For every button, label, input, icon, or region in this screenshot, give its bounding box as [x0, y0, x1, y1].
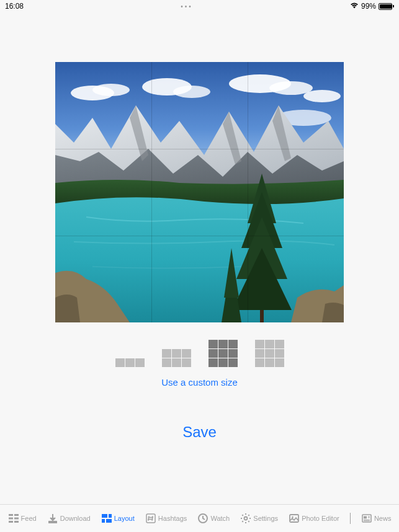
layout-icon: [101, 513, 112, 524]
tab-feed[interactable]: Feed: [8, 513, 37, 524]
layout-3x1[interactable]: [115, 358, 145, 367]
tab-bar: Feed Download Layout Hashtags Watch Sett…: [0, 504, 399, 532]
svg-rect-17: [102, 519, 105, 523]
svg-point-4: [173, 86, 210, 98]
tab-label: Hashtags: [158, 515, 187, 522]
save-button[interactable]: Save: [182, 423, 217, 441]
svg-rect-22: [290, 515, 298, 522]
tab-separator: [350, 513, 351, 524]
svg-point-21: [244, 517, 248, 520]
layout-options: [115, 340, 284, 367]
svg-point-23: [292, 516, 294, 518]
tab-label: Download: [60, 515, 91, 522]
tab-label: Photo Editor: [302, 515, 339, 522]
tab-watch[interactable]: Watch: [197, 513, 230, 524]
svg-rect-10: [14, 514, 19, 516]
tab-label: Watch: [210, 515, 230, 522]
tab-download[interactable]: Download: [47, 513, 91, 524]
svg-rect-15: [102, 514, 107, 518]
svg-rect-13: [9, 521, 13, 523]
svg-rect-18: [106, 519, 112, 523]
feed-icon: [8, 513, 19, 524]
wifi-icon: [350, 2, 359, 11]
svg-rect-25: [364, 516, 367, 519]
layout-3x3-selected[interactable]: [208, 340, 238, 367]
news-icon: [361, 513, 372, 524]
status-bar: 16:08 ••• 99%: [0, 0, 399, 12]
tab-photo-editor[interactable]: Photo Editor: [289, 513, 339, 524]
svg-point-7: [303, 90, 341, 102]
svg-rect-12: [14, 518, 19, 520]
svg-rect-14: [14, 521, 19, 523]
hashtag-icon: [145, 513, 156, 524]
status-dots: •••: [24, 3, 350, 10]
settings-icon: [240, 513, 251, 524]
download-icon: [47, 513, 58, 524]
layout-3x3-alt[interactable]: [255, 340, 284, 367]
layout-3x2[interactable]: [162, 349, 191, 367]
battery-icon: [379, 3, 394, 10]
photo-icon: [289, 513, 300, 524]
tab-label: Settings: [253, 515, 278, 522]
watch-icon: [197, 513, 208, 524]
svg-rect-16: [109, 514, 112, 518]
custom-size-link[interactable]: Use a custom size: [161, 377, 238, 388]
tab-label: Layout: [114, 515, 135, 522]
svg-rect-9: [9, 514, 13, 516]
tab-settings[interactable]: Settings: [240, 513, 278, 524]
svg-rect-11: [9, 518, 13, 520]
svg-point-6: [269, 81, 313, 95]
tab-label: Feed: [21, 515, 37, 522]
tab-layout[interactable]: Layout: [101, 513, 135, 524]
tab-news[interactable]: News: [361, 513, 392, 524]
svg-point-2: [92, 84, 130, 96]
photo-preview[interactable]: [55, 62, 344, 322]
tab-hashtags[interactable]: Hashtags: [145, 513, 187, 524]
svg-rect-19: [146, 514, 155, 523]
battery-percent: 99%: [361, 2, 376, 11]
tab-label: News: [374, 515, 392, 522]
status-time: 16:08: [5, 2, 24, 11]
